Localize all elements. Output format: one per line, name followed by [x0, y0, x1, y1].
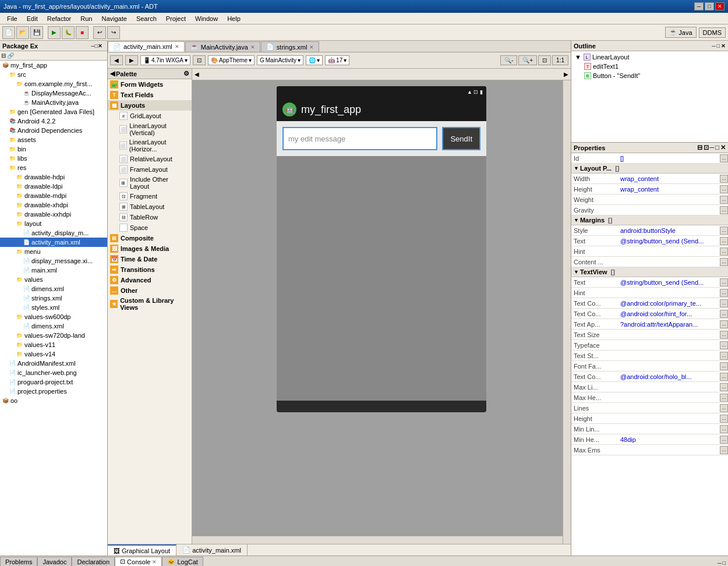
menu-item-search[interactable]: Search [132, 14, 161, 23]
prop-btn-min-height[interactable]: … [720, 436, 728, 444]
menu-item-run[interactable]: Run [76, 14, 97, 23]
palette-category-time-date[interactable]: 📅 Time & Date [108, 254, 192, 264]
tree-item[interactable]: 📄strings.xml [0, 293, 107, 303]
api-dropdown[interactable]: 🤖 17 ▾ [325, 55, 349, 65]
prop-btn-text-size[interactable]: … [720, 331, 728, 339]
properties-max-icon[interactable]: □ [715, 144, 719, 151]
tree-item[interactable]: 📁gen [Generated Java Files] [0, 107, 107, 116]
editor-tab[interactable]: 📄strings.xml✕ [261, 41, 320, 52]
palette-collapse-icon[interactable]: ◀ [110, 70, 115, 77]
prop-btn-typeface[interactable]: … [720, 341, 728, 349]
prop-value-text-appearance[interactable]: ?android:attr/textApparan... [618, 321, 720, 328]
palette-category-composite[interactable]: ⊞ Composite [108, 233, 192, 243]
prop-value-text-color-hint[interactable]: @android:color/hint_for... [618, 310, 720, 317]
prop-btn-lines[interactable]: … [720, 404, 728, 412]
canvas-scroll-right[interactable] [563, 80, 571, 544]
tab-close-icon[interactable]: ✕ [250, 44, 255, 50]
prop-btn-hint[interactable]: … [720, 247, 728, 256]
tree-item[interactable]: 📚Android 4.2.2 [0, 116, 107, 126]
editor-tab[interactable]: ☕MainActivity.java✕ [185, 41, 260, 52]
palette-settings-icon[interactable]: ⚙ [183, 70, 189, 77]
tree-item[interactable]: 📁drawable-hdpi [0, 172, 107, 182]
prop-btn-text-color-link[interactable]: … [720, 373, 728, 381]
palette-item-include-other[interactable]: ⊞ Include Other Layout [108, 175, 192, 191]
tree-item[interactable]: 📁assets [0, 135, 107, 144]
prop-value-text-color[interactable]: @android:color/primary_te... [618, 300, 720, 307]
outline-item-button[interactable]: B Button - "SendIt" [572, 71, 727, 80]
outline-close-icon[interactable]: ✕ [721, 43, 726, 49]
palette-item-framelayout[interactable]: ⬜ FrameLayout [108, 164, 192, 175]
open-button[interactable]: 📂 [16, 26, 29, 39]
declaration-tab[interactable]: Declaration [72, 557, 115, 566]
tree-item[interactable]: 📄styles.xml [0, 303, 107, 312]
prop-btn-height[interactable]: … [720, 185, 728, 193]
prop-btn-text-appearance[interactable]: … [720, 320, 728, 328]
tree-item[interactable]: 📁values-v14 [0, 349, 107, 359]
prop-btn-tv-text[interactable]: … [720, 278, 728, 286]
tree-item[interactable]: 📁com.example.my_first... [0, 79, 107, 89]
prop-btn-max-ems[interactable]: … [720, 446, 728, 454]
tree-item[interactable]: 📁src [0, 70, 107, 79]
tree-item[interactable]: ☕MainActivity.java [0, 98, 107, 107]
prop-btn-tv-height[interactable]: … [720, 415, 728, 423]
palette-item-linearlayout-h[interactable]: ⬜ LinearLayout (Horizor... [108, 137, 192, 154]
prop-btn-style[interactable]: … [720, 227, 728, 235]
java-perspective-button[interactable]: ☕ Java [665, 27, 696, 38]
tree-item[interactable]: 📦my_first_app [0, 61, 107, 70]
prop-value-width[interactable]: wrap_content [618, 175, 720, 182]
undo-button[interactable]: ↩ [93, 26, 106, 39]
tree-item[interactable]: 📁values-sw600dp [0, 312, 107, 321]
menu-item-file[interactable]: File [2, 14, 22, 23]
tree-item[interactable]: 📄proguard-project.txt [0, 377, 107, 387]
tab-close-icon[interactable]: ✕ [175, 44, 179, 49]
back-nav-button[interactable]: ◀ [110, 55, 123, 65]
tree-item[interactable]: 📁values-sw720dp-land [0, 331, 107, 340]
logcat-tab[interactable]: 🐱 LogCat [162, 557, 203, 566]
properties-filter-icon[interactable]: ⊡ [704, 144, 709, 151]
palette-item-relativelayout[interactable]: ⬜ RelativeLayout [108, 154, 192, 164]
prop-value-id[interactable]: [] [618, 155, 720, 162]
menu-item-navigate[interactable]: Navigate [97, 14, 131, 23]
outline-item-edittext[interactable]: T editText1 [572, 62, 727, 71]
palette-item-gridlayout[interactable]: # GridLayout [108, 111, 192, 121]
graphical-layout-tab[interactable]: 🖼 Graphical Layout [108, 544, 176, 556]
tree-item[interactable]: 📁values-v11 [0, 340, 107, 349]
prop-value-min-height[interactable]: 48dip [618, 436, 720, 443]
outline-item-linearlayout[interactable]: ▼ L LinearLayout [572, 52, 727, 62]
ddms-perspective-button[interactable]: DDMS [699, 27, 726, 38]
bottom-panel-max-icon[interactable]: □ [723, 560, 726, 566]
margins-section-toggle[interactable]: ▼ [574, 217, 579, 223]
canvas-scroll-bottom[interactable] [192, 536, 563, 544]
palette-category-other[interactable]: … Other [108, 285, 192, 296]
prop-btn-id[interactable]: … [720, 154, 728, 162]
portrait-button[interactable]: ⊡ [193, 55, 206, 65]
palette-category-images-media[interactable]: 🖼 Images & Media [108, 243, 192, 254]
tree-item[interactable]: 📄dimens.xml [0, 284, 107, 293]
prop-btn-weight[interactable]: … [720, 196, 728, 204]
prop-btn-width[interactable]: … [720, 175, 728, 183]
prop-btn-min-lines[interactable]: … [720, 425, 728, 433]
run-button[interactable]: ▶ [48, 26, 61, 39]
menu-item-help[interactable]: Help [222, 14, 245, 23]
close-panel-icon[interactable]: ✕ [98, 43, 103, 49]
phone-send-button[interactable]: SendIt [442, 127, 480, 150]
prop-value-height[interactable]: wrap_content [618, 186, 720, 193]
tree-item[interactable]: 📁menu [0, 247, 107, 256]
prop-btn-font-family[interactable]: … [720, 362, 728, 370]
prop-value-tv-text[interactable]: @string/button_send (Send... [618, 279, 720, 286]
device-dropdown[interactable]: 📱 4.7in WXGA ▾ [140, 55, 190, 65]
problems-tab[interactable]: Problems [0, 557, 37, 566]
tree-item[interactable]: 📄display_message.xi... [0, 256, 107, 266]
prop-value-text[interactable]: @string/button_send (Send... [618, 238, 720, 245]
prop-btn-gravity[interactable]: … [720, 206, 728, 214]
new-button[interactable]: 📄 [2, 26, 15, 39]
prop-value-style[interactable]: android:buttonStyle [618, 227, 720, 234]
prop-btn-text-color-hint[interactable]: … [720, 310, 728, 318]
palette-item-fragment[interactable]: ⊡ Fragment [108, 191, 192, 201]
palette-item-space[interactable]: Space [108, 222, 192, 233]
outline-max-icon[interactable]: □ [717, 43, 720, 49]
properties-close-icon[interactable]: ✕ [720, 144, 726, 151]
tree-item[interactable]: 📄dimens.xml [0, 321, 107, 331]
prop-btn-text-color[interactable]: … [720, 299, 728, 307]
redo-button[interactable]: ↪ [107, 26, 120, 39]
